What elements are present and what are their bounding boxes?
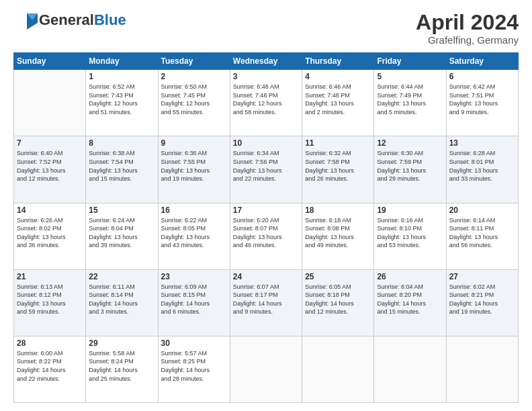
day-info-line: and 9 minutes. (233, 308, 299, 316)
day-number: 8 (89, 138, 154, 148)
table-cell: 7Sunrise: 6:40 AMSunset: 7:52 PMDaylight… (14, 136, 86, 203)
day-info-line: and 19 minutes. (161, 175, 227, 183)
table-cell: 18Sunrise: 6:18 AMSunset: 8:08 PMDayligh… (302, 203, 374, 269)
day-info-line: Sunset: 8:07 PM (233, 224, 299, 233)
day-info-line: Sunrise: 6:34 AM (233, 149, 299, 158)
day-info-line: Sunrise: 6:36 AM (161, 149, 227, 158)
day-number: 24 (233, 272, 299, 281)
day-info-line: Sunset: 8:01 PM (449, 158, 515, 167)
day-info-line: and 56 minutes. (449, 241, 515, 250)
day-info-line: and 46 minutes. (233, 241, 299, 250)
day-info-line: Daylight: 14 hours (89, 366, 154, 375)
col-monday: Monday (86, 53, 158, 70)
day-info-line: and 6 minutes. (161, 308, 227, 316)
day-info-line: Sunrise: 6:48 AM (233, 83, 299, 91)
table-cell: 10Sunrise: 6:34 AMSunset: 7:56 PMDayligh… (230, 136, 302, 203)
table-cell: 30Sunrise: 5:57 AMSunset: 8:25 PMDayligh… (158, 336, 230, 402)
day-info-line: and 36 minutes. (17, 241, 83, 250)
day-number: 14 (17, 205, 83, 215)
day-info-line: Daylight: 13 hours (161, 233, 227, 242)
table-cell: 15Sunrise: 6:24 AMSunset: 8:04 PMDayligh… (86, 203, 158, 269)
day-info-line: Daylight: 13 hours (377, 99, 443, 108)
day-info-line: Sunset: 8:22 PM (17, 357, 83, 366)
day-info-line: Sunrise: 6:28 AM (449, 149, 515, 158)
day-info-line: Sunset: 8:14 PM (89, 291, 154, 300)
table-cell: 12Sunrise: 6:30 AMSunset: 7:59 PMDayligh… (374, 136, 446, 203)
day-info-line: Sunset: 8:11 PM (449, 224, 515, 233)
day-info-line: and 58 minutes. (233, 108, 299, 117)
day-info-line: Sunrise: 6:30 AM (377, 149, 443, 158)
table-row: 28Sunrise: 6:00 AMSunset: 8:22 PMDayligh… (14, 336, 519, 402)
table-cell: 17Sunrise: 6:20 AMSunset: 8:07 PMDayligh… (230, 203, 302, 269)
day-info-line: Daylight: 14 hours (449, 300, 515, 308)
logo: GeneralBlue (13, 11, 126, 30)
day-info-line: Sunrise: 6:16 AM (377, 216, 443, 225)
table-cell (230, 336, 302, 402)
calendar-table: Sunday Monday Tuesday Wednesday Thursday… (13, 52, 519, 403)
day-number: 21 (17, 272, 83, 281)
day-info-line: Daylight: 13 hours (377, 233, 443, 242)
table-row: 1Sunrise: 6:52 AMSunset: 7:43 PMDaylight… (14, 70, 519, 136)
day-info-line: Sunrise: 6:24 AM (89, 216, 154, 225)
day-info-line: and 29 minutes. (377, 175, 443, 183)
logo-text: GeneralBlue (39, 11, 126, 29)
day-info-line: Sunrise: 5:58 AM (89, 349, 154, 358)
day-info-line: Sunset: 8:21 PM (449, 291, 515, 300)
table-cell: 13Sunrise: 6:28 AMSunset: 8:01 PMDayligh… (446, 136, 518, 203)
col-friday: Friday (374, 53, 446, 70)
day-info-line: Sunrise: 5:57 AM (161, 349, 227, 358)
table-cell: 20Sunrise: 6:14 AMSunset: 8:11 PMDayligh… (446, 203, 518, 269)
day-info-line: and 55 minutes. (161, 108, 227, 117)
day-info-line: and 28 minutes. (161, 375, 227, 383)
day-info-line: Sunset: 7:49 PM (377, 91, 443, 100)
col-saturday: Saturday (446, 53, 518, 70)
day-info-line: Daylight: 12 hours (161, 99, 227, 108)
day-info-line: Daylight: 14 hours (161, 300, 227, 308)
day-info-line: Daylight: 13 hours (233, 233, 299, 242)
day-number: 5 (377, 72, 443, 81)
day-info-line: Sunset: 7:56 PM (233, 158, 299, 167)
table-cell: 4Sunrise: 6:46 AMSunset: 7:48 PMDaylight… (302, 70, 374, 136)
day-info-line: Sunrise: 6:46 AM (305, 83, 371, 91)
day-number: 22 (89, 272, 154, 281)
table-cell: 9Sunrise: 6:36 AMSunset: 7:55 PMDaylight… (158, 136, 230, 203)
page: GeneralBlue April 2024 Grafelfing, Germa… (0, 0, 532, 411)
day-info-line: Sunset: 7:58 PM (305, 158, 371, 167)
day-info-line: Daylight: 13 hours (305, 233, 371, 242)
day-info-line: and 2 minutes. (305, 108, 371, 117)
day-info-line: and 59 minutes. (17, 308, 83, 316)
day-info-line: and 15 minutes. (89, 175, 154, 183)
table-cell: 14Sunrise: 6:26 AMSunset: 8:02 PMDayligh… (14, 203, 86, 269)
logo-blue: Blue (94, 11, 126, 28)
table-row: 21Sunrise: 6:13 AMSunset: 8:12 PMDayligh… (14, 269, 519, 336)
day-number: 12 (377, 138, 443, 148)
day-info-line: Daylight: 12 hours (89, 99, 154, 108)
table-cell: 24Sunrise: 6:07 AMSunset: 8:17 PMDayligh… (230, 269, 302, 336)
day-info-line: and 5 minutes. (377, 108, 443, 117)
table-cell: 28Sunrise: 6:00 AMSunset: 8:22 PMDayligh… (14, 336, 86, 402)
day-info-line: Sunrise: 6:44 AM (377, 83, 443, 91)
day-info-line: Daylight: 13 hours (449, 99, 515, 108)
day-info-line: and 19 minutes. (449, 308, 515, 316)
day-number: 10 (233, 138, 299, 148)
day-info-line: and 39 minutes. (89, 241, 154, 250)
day-info-line: and 15 minutes. (377, 308, 443, 316)
day-number: 1 (89, 72, 154, 81)
day-number: 17 (233, 205, 299, 215)
day-info-line: and 51 minutes. (89, 108, 154, 117)
day-info-line: Daylight: 14 hours (161, 366, 227, 375)
day-info-line: Sunrise: 6:20 AM (233, 216, 299, 225)
day-info-line: Sunset: 7:43 PM (89, 91, 154, 100)
day-info-line: and 43 minutes. (161, 241, 227, 250)
logo-icon (13, 11, 38, 30)
day-number: 15 (89, 205, 154, 215)
day-info-line: Sunset: 8:17 PM (233, 291, 299, 300)
table-cell: 27Sunrise: 6:02 AMSunset: 8:21 PMDayligh… (446, 269, 518, 336)
day-info-line: and 22 minutes. (233, 175, 299, 183)
day-info-line: Daylight: 14 hours (89, 300, 154, 308)
day-info-line: Daylight: 13 hours (89, 233, 154, 242)
day-info-line: and 25 minutes. (89, 375, 154, 383)
table-cell: 8Sunrise: 6:38 AMSunset: 7:54 PMDaylight… (86, 136, 158, 203)
table-cell: 2Sunrise: 6:50 AMSunset: 7:45 PMDaylight… (158, 70, 230, 136)
day-info-line: Sunset: 7:54 PM (89, 158, 154, 167)
